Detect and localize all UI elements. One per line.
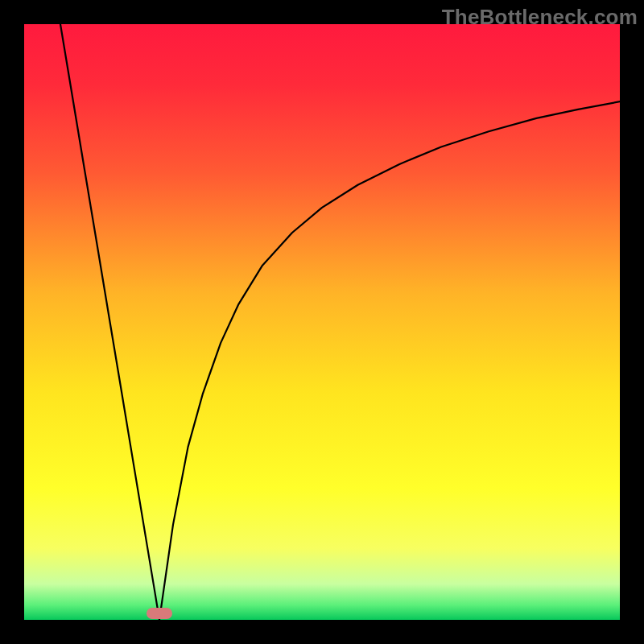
watermark-text: TheBottleneck.com xyxy=(442,5,638,30)
plot-area xyxy=(24,24,620,620)
chart-frame: TheBottleneck.com xyxy=(0,0,644,644)
background-gradient xyxy=(24,24,620,620)
optimum-marker xyxy=(147,608,172,619)
svg-rect-0 xyxy=(24,24,620,620)
